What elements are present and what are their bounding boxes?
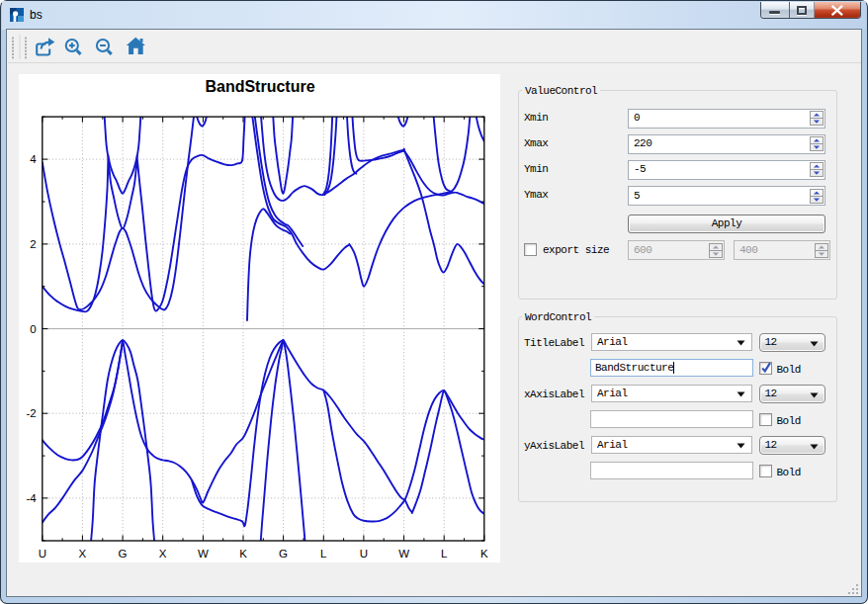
svg-text:X: X [159, 548, 167, 560]
svg-text:BandStructure: BandStructure [205, 78, 314, 95]
svg-text:W: W [398, 548, 409, 560]
svg-text:-4: -4 [26, 492, 37, 504]
svg-text:4: 4 [30, 153, 37, 165]
svg-text:X: X [78, 548, 86, 560]
svg-text:L: L [441, 548, 448, 560]
svg-text:G: G [118, 548, 127, 560]
svg-text:U: U [360, 548, 368, 560]
svg-text:G: G [279, 548, 288, 560]
svg-text:L: L [320, 548, 327, 560]
svg-text:U: U [38, 548, 45, 560]
svg-text:K: K [480, 548, 488, 560]
svg-text:K: K [239, 548, 247, 560]
svg-text:2: 2 [30, 238, 36, 250]
svg-text:W: W [198, 548, 209, 560]
svg-text:0: 0 [30, 323, 36, 335]
svg-text:-2: -2 [26, 407, 36, 419]
